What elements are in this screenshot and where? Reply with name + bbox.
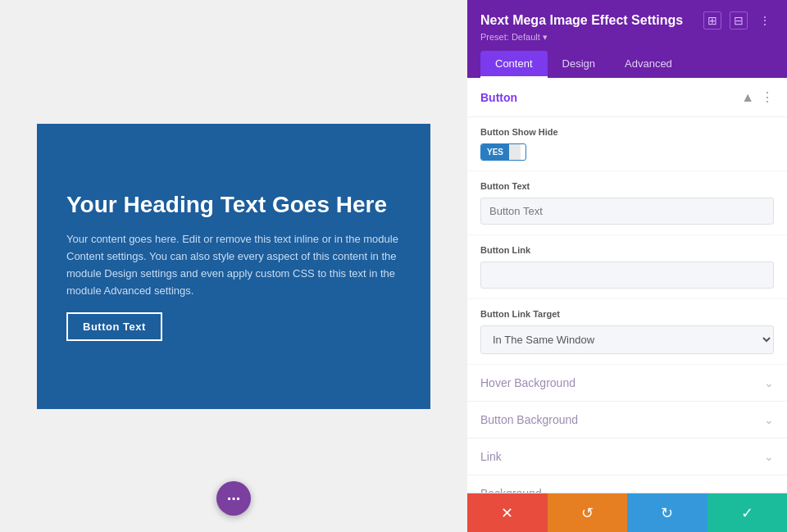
show-hide-label: Button Show Hide [480, 127, 774, 137]
link-title: Link [480, 450, 502, 463]
redo-button[interactable]: ↻ [627, 493, 707, 532]
preview-content: Your content goes here. Edit or remove t… [66, 231, 401, 299]
section-chevron-icon[interactable]: ▲ [741, 90, 754, 105]
link-target-label: Button Link Target [480, 309, 774, 319]
hover-bg-title: Hover Background [480, 376, 575, 389]
field-show-hide: Button Show Hide YES [467, 117, 787, 171]
link-chevron: ⌄ [764, 450, 774, 463]
tab-advanced[interactable]: Advanced [610, 51, 687, 78]
cancel-button[interactable]: ✕ [467, 493, 548, 532]
toggle-no[interactable] [509, 144, 521, 160]
panel-title: Next Mega Image Effect Settings [480, 13, 683, 28]
bottom-bar: ✕ ↺ ↻ ✓ [467, 493, 787, 532]
preview-button[interactable]: Button Text [66, 312, 162, 341]
toggle-container[interactable]: YES [480, 143, 774, 161]
grid-icon[interactable]: ⊟ [730, 11, 748, 30]
right-panel: Next Mega Image Effect Settings ⊞ ⊟ ⋮ Pr… [467, 0, 787, 532]
fab-button[interactable]: ··· [216, 481, 251, 516]
tab-design[interactable]: Design [548, 51, 610, 78]
collapsed-background[interactable]: Background ⌄ [467, 475, 787, 493]
button-bg-title: Button Background [480, 413, 578, 426]
confirm-button[interactable]: ✓ [707, 493, 788, 532]
button-text-input[interactable] [480, 198, 774, 225]
button-link-label: Button Link [480, 245, 774, 255]
more-icon[interactable]: ⋮ [756, 11, 774, 30]
panel-preset[interactable]: Preset: Default ▾ [480, 32, 774, 43]
toggle-switch[interactable]: YES [480, 143, 526, 161]
panel-header: Next Mega Image Effect Settings ⊞ ⊟ ⋮ Pr… [467, 0, 787, 78]
button-text-label: Button Text [480, 181, 774, 191]
section-actions: ▲ ⋮ [741, 89, 774, 105]
undo-button[interactable]: ↺ [548, 493, 628, 532]
hover-bg-chevron: ⌄ [764, 376, 774, 389]
preview-card: Your Heading Text Goes Here Your content… [37, 124, 430, 409]
link-target-select[interactable]: In The Same Window In The New Window [480, 325, 774, 354]
collapsed-hover-bg[interactable]: Hover Background ⌄ [467, 365, 787, 402]
preview-heading: Your Heading Text Goes Here [66, 191, 401, 219]
background-title: Background [480, 487, 542, 493]
section-header-button: Button ▲ ⋮ [467, 78, 787, 117]
tab-content[interactable]: Content [480, 51, 548, 78]
toggle-yes[interactable]: YES [481, 144, 509, 160]
field-button-text: Button Text [467, 171, 787, 235]
left-panel: Your Heading Text Goes Here Your content… [0, 0, 467, 532]
field-button-link: Button Link [467, 235, 787, 299]
collapsed-button-bg[interactable]: Button Background ⌄ [467, 402, 787, 439]
panel-tabs: Content Design Advanced [480, 51, 774, 78]
section-title-button: Button [480, 91, 517, 104]
panel-body: Button ▲ ⋮ Button Show Hide YES Button T… [467, 78, 787, 493]
button-bg-chevron: ⌄ [764, 413, 774, 426]
background-chevron: ⌄ [764, 487, 774, 493]
panel-title-icons: ⊞ ⊟ ⋮ [703, 11, 774, 30]
button-link-input[interactable] [480, 261, 774, 289]
field-link-target: Button Link Target In The Same Window In… [467, 299, 787, 365]
panel-title-row: Next Mega Image Effect Settings ⊞ ⊟ ⋮ [480, 11, 774, 30]
section-dots-icon[interactable]: ⋮ [761, 89, 774, 105]
collapsed-link[interactable]: Link ⌄ [467, 439, 787, 475]
expand-icon[interactable]: ⊞ [703, 11, 721, 30]
